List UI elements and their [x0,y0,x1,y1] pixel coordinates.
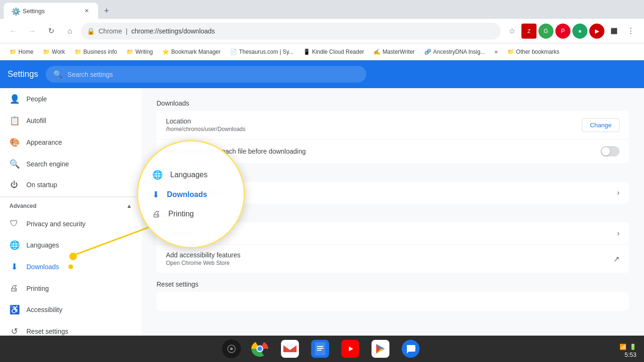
languages-icon: 🌐 [9,240,19,250]
svg-point-6 [257,346,262,351]
bookmark-ancestry[interactable]: 🧬 AncestryDNA Insig... [421,47,489,57]
sidebar-item-autofill[interactable]: 📋 Autofill [0,110,141,132]
ext3-icon[interactable]: ● [572,24,587,39]
printing-icon: 🖨 [9,283,19,293]
sidebar-item-downloads[interactable]: ⬇ Downloads [0,256,141,278]
taskbar-chrome[interactable] [248,337,271,360]
sidebar: 👤 People 📋 Autofill 🎨 Appearance 🔍 Searc… [0,88,141,336]
settings-header-bar: Settings 🔍 Search settings [0,60,644,88]
tab-title: Settings [23,8,79,15]
system-icon[interactable] [222,339,241,358]
more-icon[interactable]: ⋮ [623,24,638,39]
play-svg-icon [374,343,387,355]
sidebar-item-privacy[interactable]: 🛡 Privacy and security [0,213,141,234]
downloads-section-title: Downloads [157,99,629,107]
bookmark-masterwriter-label: MasterWriter [382,49,414,55]
add-accessibility-external-icon: ↗ [613,255,619,263]
sidebar-item-search[interactable]: 🔍 Search engine [0,153,141,175]
bookmark-more-arrow[interactable]: » [491,47,502,57]
nav-icons: ☆ Z G P ● ▶ ⬛ ⋮ [504,24,638,39]
writing-folder-icon: 📁 [126,49,133,55]
tab-favicon: ⚙️ [11,7,19,15]
change-location-button[interactable]: Change [582,118,619,132]
captions-info: Captions [166,230,617,237]
chrome-taskbar-icon [251,340,269,358]
sidebar-item-appearance[interactable]: 🎨 Appearance [0,132,141,153]
printing-section-title: Printing [157,171,629,178]
add-accessibility-sub: Open Chrome Web Store [166,260,613,266]
accessibility-section-title: Accessibility [157,211,629,219]
ext4-icon[interactable]: ▶ [589,24,604,39]
bookmark-work-label: Work [52,49,65,55]
bookmark-business[interactable]: 📁 Business info [71,47,121,57]
zotero-icon[interactable]: Z [521,24,537,39]
reload-button[interactable]: ↻ [43,24,58,39]
sidebar-item-languages[interactable]: 🌐 Languages [0,234,141,256]
add-accessibility-item[interactable]: Add accessibility features Open Chrome W… [157,245,629,273]
taskbar-time-status: 📶 🔋 5:53 [619,344,636,358]
address-bar[interactable]: 🔒 Chrome | chrome://settings/downloads [81,23,501,40]
wifi-icon: 📶 [619,344,627,350]
bookmarks-bar: 📁 Home 📁 Work 📁 Business info 📁 Writing … [0,43,644,60]
bookmark-home[interactable]: 📁 Home [6,47,37,57]
sidebar-divider [0,197,141,197]
bookmark-work[interactable]: 📁 Work [39,47,69,57]
google-cloud-print-item[interactable]: Google Cloud Print › [157,182,629,204]
main-area: 👤 People 📋 Autofill 🎨 Appearance 🔍 Searc… [0,88,644,336]
captions-item[interactable]: Captions › [157,222,629,245]
search-icon: 🔍 [53,70,63,79]
svg-point-2 [230,347,233,350]
advanced-label: Advanced [9,203,36,209]
sidebar-item-people[interactable]: 👤 People [0,88,141,110]
bookmark-manager[interactable]: ⭐ Bookmark Manager [158,47,224,57]
sidebar-item-reset[interactable]: ↺ Reset settings [0,321,141,336]
bookmark-masterwriter[interactable]: ✍️ MasterWriter [370,47,418,57]
captions-arrow-icon: › [617,229,619,238]
home-button[interactable]: ⌂ [62,24,77,39]
downloads-icon: ⬇ [9,262,19,272]
bookmark-star-icon[interactable]: ☆ [504,24,520,39]
new-tab-button[interactable]: + [100,4,113,17]
location-value: /home/chronos/user/Downloads [166,126,582,132]
tab-bar: ⚙️ Settings ✕ + [0,0,644,19]
ask-download-toggle[interactable] [601,146,619,156]
sidebar-item-accessibility[interactable]: ♿ Accessibility [0,299,141,321]
sidebar-label-search: Search engine [26,160,69,168]
advanced-section-header[interactable]: Advanced ▲ [0,199,141,213]
taskbar-docs[interactable] [309,337,331,360]
add-accessibility-info: Add accessibility features Open Chrome W… [166,251,613,266]
search-bar[interactable]: 🔍 Search settings [46,66,366,82]
bookmark-other[interactable]: 📁 Other bookmarks [504,47,563,57]
autofill-icon: 📋 [9,115,19,126]
sidebar-item-printing[interactable]: 🖨 Printing [0,278,141,299]
taskbar-play[interactable] [369,337,392,360]
bookmark-thesaurus[interactable]: 📄 Thesaurus.com | Sy... [226,47,297,57]
content-area: Downloads Location /home/chronos/user/Do… [141,88,644,336]
kindle-icon: 📱 [303,49,310,55]
back-button[interactable]: ← [6,24,21,39]
ext5-icon[interactable]: ⬛ [606,24,621,39]
bookmark-writing-label: Writing [135,49,153,55]
taskbar-status-icons: 📶 🔋 [619,344,636,350]
bookmark-kindle-label: Kindle Cloud Reader [312,49,364,55]
settings-tab[interactable]: ⚙️ Settings ✕ [4,3,98,19]
docs-taskbar-icon [311,340,329,358]
captions-label: Captions [166,230,617,237]
taskbar-youtube[interactable] [339,337,362,360]
bookmark-kindle[interactable]: 📱 Kindle Cloud Reader [299,47,368,57]
printing-settings-row: Google Cloud Print › [157,182,629,204]
advanced-chevron-icon: ▲ [126,203,132,209]
ext1-icon[interactable]: G [538,24,553,39]
sidebar-item-startup[interactable]: ⏻ On startup [0,175,141,195]
forward-button[interactable]: → [25,24,40,39]
taskbar-messages[interactable] [399,337,422,360]
add-accessibility-label: Add accessibility features [166,251,613,259]
reset-icon: ↺ [9,326,19,336]
location-info: Location /home/chronos/user/Downloads [166,117,582,132]
taskbar-gmail[interactable] [279,337,301,360]
ext2-icon[interactable]: P [555,24,570,39]
tab-close-button[interactable]: ✕ [83,7,91,15]
downloads-settings-row: Location /home/chronos/user/Downloads Ch… [157,111,629,163]
bookmark-writing[interactable]: 📁 Writing [123,47,157,57]
bookmark-home-label: Home [18,49,33,55]
